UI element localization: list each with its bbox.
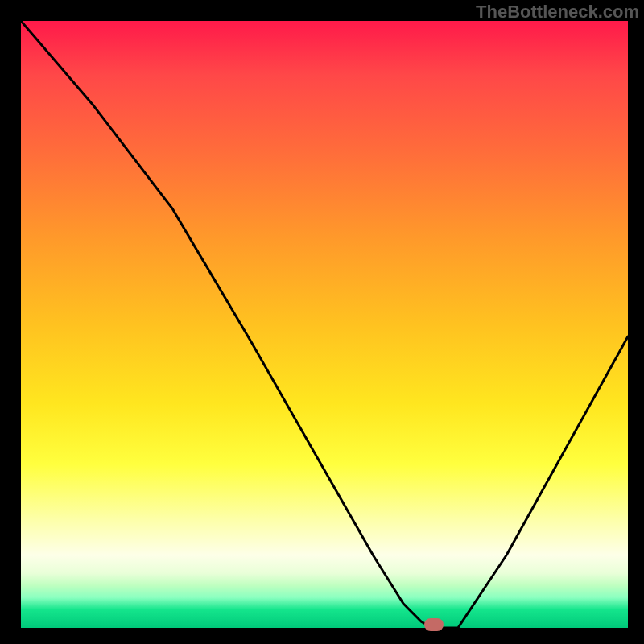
- optimal-marker-icon: [424, 618, 444, 631]
- attribution-label: TheBottleneck.com: [476, 2, 639, 23]
- chart-container: TheBottleneck.com: [0, 0, 644, 644]
- bottleneck-curve: [21, 21, 628, 628]
